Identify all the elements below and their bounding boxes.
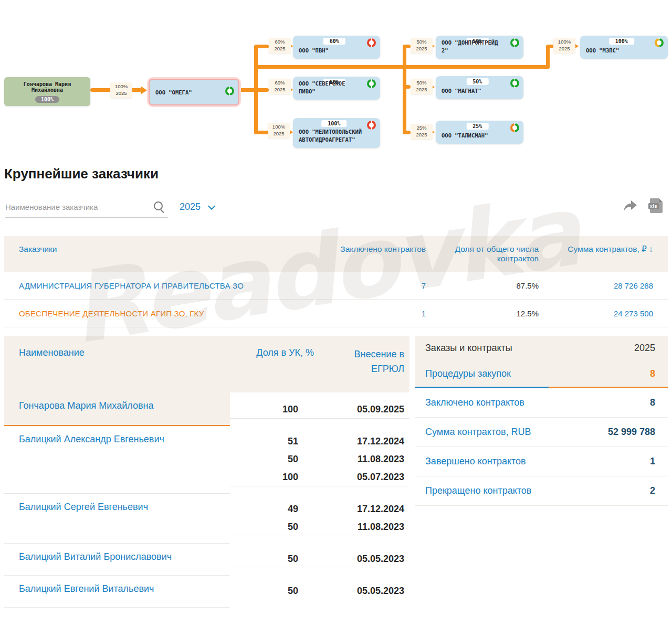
founder-row: Балицкий Александр Евгеньевич5117.12.202… bbox=[4, 426, 410, 494]
status-active-icon bbox=[367, 79, 376, 88]
founder-name-link[interactable]: Балицкий Виталий Брониславович bbox=[4, 544, 230, 576]
edge-label: 25% 2025 bbox=[411, 124, 433, 140]
edge-label: 100% 2025 bbox=[553, 38, 575, 54]
contracts-count: 1 bbox=[305, 309, 426, 318]
orders-highlight-row[interactable]: Процедуры закупок 8 bbox=[415, 360, 668, 387]
customer-row: ОБЕСПЕЧЕНИЕ ДЕЯТЕЛЬНОСТИ АГИП ЗО, ГКУ112… bbox=[4, 300, 668, 327]
edge-label: 50% 2025 bbox=[411, 79, 433, 94]
company-node[interactable]: 60% ООО "СЕВЕРСКОЕ ПИВО" bbox=[293, 77, 380, 100]
orders-panel-header: Заказы и контракты 2025 bbox=[415, 336, 668, 360]
connector bbox=[256, 45, 269, 48]
company-node[interactable]: 50% ООО "МАГНАТ" bbox=[436, 76, 523, 99]
founder-date: 11.08.2023 bbox=[298, 518, 410, 536]
founder-row: Балицкий Виталий Брониславович5005.05.20… bbox=[4, 544, 410, 576]
col-header[interactable]: Доля в УК, % bbox=[230, 347, 314, 377]
founder-name-link[interactable]: Гончарова Мария Михайловна bbox=[4, 392, 230, 426]
company-node[interactable]: 100% ООО "МЕЛИТОПОЛЬСКИЙ АВТОГИДРОАГРЕГА… bbox=[293, 118, 380, 148]
status-liquidated-icon bbox=[367, 121, 376, 130]
founder-row: Гончарова Мария Михайловна10005.09.2025 bbox=[4, 392, 410, 426]
company-node[interactable]: 25% ООО "ТАЛИСМАН" bbox=[436, 121, 523, 144]
connector bbox=[404, 85, 411, 89]
orders-row: Завершено контрактов1 bbox=[415, 447, 668, 476]
col-header-sorted[interactable]: Сумма контрактов, ₽ ↓ bbox=[539, 245, 668, 272]
connector bbox=[237, 88, 269, 92]
founder-share: 50 bbox=[230, 582, 298, 600]
status-mixed-icon bbox=[510, 123, 519, 132]
founder-entry: 5117.12.2024 bbox=[230, 432, 410, 450]
founder-entry: 5005.05.2023 bbox=[230, 582, 410, 600]
founder-name-link[interactable]: Балицкий Сергей Евгеньевич bbox=[4, 494, 230, 544]
company-node[interactable]: 100% ООО "МЗПС" bbox=[580, 36, 668, 59]
orders-row: Заключено контрактов8 bbox=[415, 388, 668, 418]
customer-row: АДМИНИСТРАЦИЯ ГУБЕРНАТОРА И ПРАВИТЕЛЬСТВ… bbox=[4, 272, 668, 300]
company-node[interactable]: 50% ООО "ДОНПРОМТРЕЙД 2" bbox=[436, 36, 523, 59]
founder-share: 51 bbox=[230, 432, 298, 450]
ownership-diagram: 100% 2025 60% 2025 60% 2025 100% 2025 50… bbox=[0, 0, 672, 160]
company-name: ООО "ПВН" bbox=[299, 47, 364, 55]
col-header[interactable]: Заказчики bbox=[4, 245, 305, 272]
founder-date: 17.12.2024 bbox=[298, 500, 410, 518]
connector bbox=[256, 131, 269, 134]
col-header[interactable]: Заключено контрактов bbox=[305, 245, 426, 272]
founder-entry: 4917.12.2024 bbox=[230, 500, 410, 518]
col-header[interactable]: Доля от общего числа контрактов bbox=[426, 245, 539, 272]
chevron-down-icon bbox=[208, 203, 215, 210]
founder-entry: 5011.08.2023 bbox=[230, 450, 410, 468]
founder-share: 100 bbox=[230, 468, 298, 486]
founder-share: 50 bbox=[230, 518, 298, 536]
founders-table: Наименование Доля в УК, % Внесение в ЕГР… bbox=[4, 336, 410, 608]
founder-name-link[interactable]: Балицкий Евгений Витальевич bbox=[4, 576, 230, 608]
share-badge: 50% bbox=[466, 78, 488, 85]
founder-date: 05.05.2023 bbox=[298, 582, 410, 600]
orders-row-label: Заключено контрактов bbox=[425, 397, 524, 408]
contracts-count: 7 bbox=[305, 281, 426, 290]
founder-date: 05.07.2023 bbox=[298, 468, 410, 486]
founder-name-link[interactable]: Балицкий Александр Евгеньевич bbox=[4, 426, 230, 494]
edge-label: 60% 2025 bbox=[269, 38, 291, 54]
orders-row-label: Прекращено контрактов bbox=[425, 485, 531, 496]
orders-row-value: 52 999 788 bbox=[608, 427, 655, 438]
founders-table-header: Наименование Доля в УК, % Внесение в ЕГР… bbox=[4, 336, 410, 392]
year-dropdown[interactable]: 2025 bbox=[180, 201, 213, 212]
person-name: Гончарова Мария Михайловна bbox=[4, 77, 90, 94]
company-name: ООО "СЕВЕРСКОЕ ПИВО" bbox=[299, 80, 364, 97]
orders-row-value: 8 bbox=[650, 397, 655, 408]
contracts-sum: 28 726 288 bbox=[539, 281, 668, 290]
orders-row: Сумма контрактов, RUB52 999 788 bbox=[415, 418, 668, 447]
company-name: ООО "ДОНПРОМТРЕЙД 2" bbox=[442, 39, 508, 56]
customer-name-link[interactable]: АДМИНИСТРАЦИЯ ГУБЕРНАТОРА И ПРАВИТЕЛЬСТВ… bbox=[4, 281, 305, 290]
share-badge: 25% bbox=[466, 123, 488, 130]
status-mixed-icon bbox=[655, 38, 664, 47]
status-active-icon bbox=[225, 87, 234, 95]
founder-row: Балицкий Сергей Евгеньевич4917.12.202450… bbox=[4, 494, 410, 544]
orders-row-value: 1 bbox=[650, 456, 655, 467]
connector bbox=[404, 131, 411, 134]
col-header[interactable]: Наименование bbox=[4, 347, 230, 377]
col-header[interactable]: Внесение в ЕГРЮЛ bbox=[314, 347, 410, 377]
share-icon[interactable] bbox=[623, 199, 637, 212]
section-title: Крупнейшие заказчики bbox=[4, 166, 159, 182]
orders-title: Заказы и контракты bbox=[425, 343, 512, 354]
edge-label: 100% 2025 bbox=[268, 123, 290, 139]
founder-share: 50 bbox=[230, 550, 298, 568]
export-xls-icon[interactable]: xls bbox=[650, 198, 663, 213]
connector bbox=[404, 45, 411, 48]
company-node-omega[interactable]: ООО "ОМЕГА" bbox=[149, 79, 239, 105]
company-name: ООО "ТАЛИСМАН" bbox=[442, 132, 508, 140]
share-badge: 100% bbox=[609, 38, 634, 45]
edge-year: 2025 bbox=[111, 90, 131, 97]
orders-row-label: Сумма контрактов, RUB bbox=[425, 427, 531, 438]
founder-entry: 5011.08.2023 bbox=[230, 518, 410, 536]
company-name: ООО "ОМЕГА" bbox=[155, 89, 223, 97]
contracts-share: 12.5% bbox=[426, 309, 539, 318]
person-node-root[interactable]: Гончарова Мария Михайловна 100% bbox=[4, 77, 90, 106]
search-icon[interactable] bbox=[154, 201, 163, 210]
founder-share: 100 bbox=[230, 400, 298, 418]
company-name: ООО "МЗПС" bbox=[586, 47, 652, 55]
founder-date: 17.12.2024 bbox=[298, 432, 410, 450]
orders-year[interactable]: 2025 bbox=[634, 343, 655, 354]
company-node[interactable]: 60% ООО "ПВН" bbox=[293, 36, 380, 59]
company-name: ООО "МАГНАТ" bbox=[442, 87, 508, 95]
search-input[interactable] bbox=[5, 199, 147, 215]
customer-name-link[interactable]: ОБЕСПЕЧЕНИЕ ДЕЯТЕЛЬНОСТИ АГИП ЗО, ГКУ bbox=[4, 309, 305, 318]
